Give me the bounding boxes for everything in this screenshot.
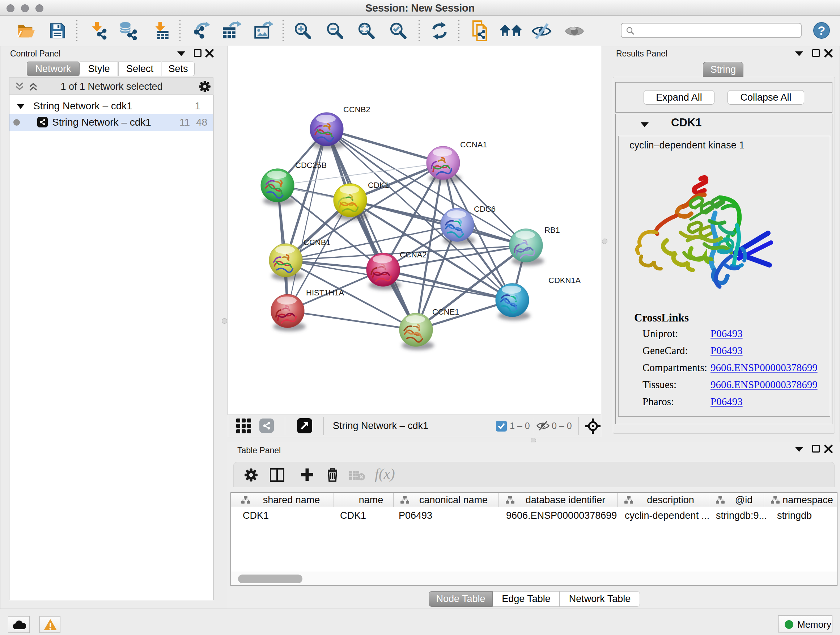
svg-text:CDC25B: CDC25B bbox=[295, 161, 327, 170]
svg-text:CDC6: CDC6 bbox=[474, 204, 496, 214]
svg-text:CDK1: CDK1 bbox=[368, 181, 389, 190]
svg-text:HIST1H1A: HIST1H1A bbox=[306, 288, 344, 297]
svg-text:CCNE1: CCNE1 bbox=[432, 307, 459, 317]
svg-text:CCNB2: CCNB2 bbox=[343, 105, 370, 114]
svg-text:CCNA2: CCNA2 bbox=[400, 250, 427, 259]
svg-text:CCNA1: CCNA1 bbox=[460, 140, 487, 149]
svg-text:RB1: RB1 bbox=[545, 226, 560, 234]
svg-text:CDKN1A: CDKN1A bbox=[548, 276, 581, 285]
svg-text:CCNB1: CCNB1 bbox=[303, 238, 331, 247]
